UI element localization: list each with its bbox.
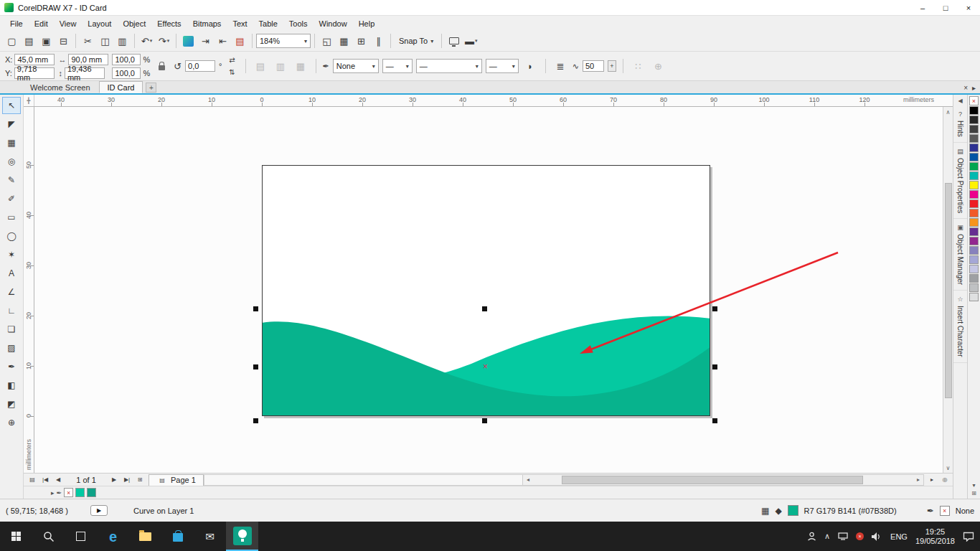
color-swatch[interactable] [969,116,979,124]
color-swatch[interactable] [969,199,979,208]
text-wrap-button[interactable]: ≣ [552,58,569,75]
trim-button[interactable]: ▦ [293,58,309,75]
menu-item[interactable]: Window [314,17,353,30]
y-position-field[interactable]: 9,718 mm [14,67,55,79]
ellipse-tool[interactable]: ◯ [2,227,21,245]
show-hidden-icons-chevron[interactable]: ∧ [824,532,830,541]
shape-tool[interactable]: ◤ [2,116,21,133]
color-swatch[interactable] [969,171,979,180]
save-button[interactable]: ▣ [38,33,55,50]
vertical-ruler[interactable]: 50403020100 millimeters [24,107,34,473]
last-page-button[interactable]: ▶| [121,474,133,485]
page-flip-icon[interactable]: ▤ [27,474,38,485]
next-page-button[interactable]: ▶ [108,474,120,485]
rectangle-tool[interactable]: ▭ [2,209,21,226]
zoom-navigator-icon[interactable]: ◎ [939,474,951,485]
docker-tab-hints[interactable]: ? Hints [953,105,967,143]
scroll-down-icon[interactable]: ∨ [943,463,953,473]
undo-button[interactable]: ↶▾ [138,33,155,50]
end-arrowhead-select[interactable]: — ▾ [486,59,519,73]
outline-width-select[interactable]: None ▾ [333,59,379,73]
clock[interactable]: 19:25 19/05/2018 [915,527,955,546]
weld-button[interactable]: ▥ [273,58,289,75]
pick-tool[interactable]: ↖ [2,97,21,114]
color-swatch[interactable] [969,218,979,227]
eyedropper-icon[interactable]: ✒ [57,489,62,496]
menu-item[interactable]: View [54,17,83,30]
new-tab-button[interactable]: + [146,83,156,93]
menu-item[interactable]: Tools [283,17,314,30]
menu-item[interactable]: File [4,17,29,30]
color-swatch[interactable] [969,134,979,143]
document-tab[interactable]: ID Card [99,81,143,93]
file-explorer-button[interactable] [129,522,161,551]
selection-handle-middle-right[interactable] [712,364,717,369]
palette-flyout-icon[interactable]: ▸ [51,489,55,496]
ruler-origin-icon[interactable]: ╋ [24,95,34,106]
previous-page-button[interactable]: ◀ [52,474,64,485]
selection-center-marker[interactable]: × [483,362,488,371]
cut-button[interactable]: ✂ [80,33,96,50]
object-height-field[interactable]: 19,436 mm [65,67,105,79]
first-page-button[interactable]: |◀ [39,474,51,485]
import-button[interactable]: ⇥ [197,33,214,50]
language-indicator[interactable]: ENG [890,532,908,541]
artistic-media-tool[interactable]: ✐ [2,190,21,207]
color-swatch[interactable] [969,246,979,255]
expand-dockers-icon[interactable]: ▸ [972,84,976,92]
text-tool[interactable]: A [2,265,21,282]
scroll-left-icon[interactable]: ◂ [523,475,533,485]
no-color-swatch[interactable]: × [64,488,73,497]
drop-shadow-tool[interactable]: ❏ [2,321,21,338]
interactive-fill-tool[interactable]: ◩ [2,395,21,413]
close-button[interactable]: × [957,0,980,15]
rotation-angle-field[interactable]: 0,0 [185,60,215,72]
menu-item[interactable]: Layout [82,17,117,30]
color-swatch[interactable] [969,255,979,264]
action-center-icon[interactable] [963,532,974,542]
close-document-icon[interactable]: × [963,84,968,92]
start-arrowhead-select[interactable]: — ▾ [382,59,413,73]
menu-item[interactable]: Effects [151,17,187,30]
start-button[interactable] [0,522,32,551]
polygon-tool[interactable]: ✶ [2,246,21,263]
people-icon[interactable] [807,532,816,541]
drawing-canvas[interactable]: × [34,107,943,473]
scroll-up-icon[interactable]: ∧ [943,107,953,117]
no-color-swatch[interactable]: × [969,96,979,105]
mirror-horizontal-button[interactable]: ⇄ [226,55,239,66]
color-swatch[interactable] [969,153,979,161]
store-button[interactable] [161,522,194,551]
restore-button[interactable]: □ [934,0,957,15]
vertical-scrollbar[interactable]: ∧ ∨ [943,107,953,473]
docker-tab-insert-character[interactable]: ☆ Insert Character [953,291,967,363]
color-swatch[interactable] [969,190,979,199]
close-curve-button[interactable]: ◗ [522,58,539,75]
freehand-smoothing-field[interactable]: 50 [583,60,604,72]
selection-handle-top-middle[interactable] [482,306,487,311]
pan-right-icon[interactable]: ▸ [926,474,938,485]
fill-color-swatch[interactable] [788,505,798,516]
color-swatch[interactable] [969,209,979,217]
object-width-field[interactable]: 90,0 mm [68,54,108,65]
add-page-button[interactable]: ⊞ [134,474,146,485]
docker-tab-object-manager[interactable]: ▣ Object Manager [953,219,967,291]
lock-ratio-button[interactable] [154,58,170,75]
minimize-button[interactable]: – [911,0,934,15]
color-swatch[interactable] [969,227,979,236]
more-tools-button[interactable]: ⊕ [2,414,21,431]
menu-item[interactable]: Edit [29,17,54,30]
combine-button[interactable]: ▤ [253,58,269,75]
document-color-swatch[interactable] [75,488,85,497]
document-color-swatch[interactable] [87,488,96,497]
selection-handle-bottom-right[interactable] [712,418,717,423]
color-eyedropper-tool[interactable]: ✒ [2,358,21,375]
align-distribute-button[interactable]: ∷ [630,58,646,75]
paste-button[interactable]: ▥ [114,33,131,50]
color-swatch[interactable] [969,125,979,133]
export-button[interactable]: ⇤ [215,33,231,50]
transparency-tool[interactable]: ▨ [2,339,21,357]
show-grid-button[interactable]: ⊞ [353,33,369,50]
display-tray-icon[interactable] [838,532,848,540]
palette-expand-icon[interactable]: ⊞ [971,490,976,496]
